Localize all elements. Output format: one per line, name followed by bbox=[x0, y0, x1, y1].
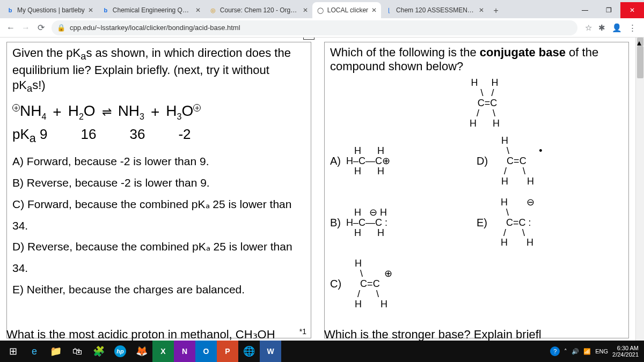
favicon: ◎ bbox=[209, 6, 217, 14]
taskbar-app-excel[interactable]: X bbox=[152, 341, 174, 362]
extension-icon[interactable]: ✱ bbox=[598, 23, 605, 33]
tray-help-icon[interactable]: ? bbox=[550, 346, 560, 356]
tray-volume-icon[interactable]: 🔊 bbox=[572, 348, 579, 355]
taskbar-app-chrome[interactable]: 🌐 bbox=[238, 341, 260, 362]
page-viewport: *1 Given the pKas as shown, in which dir… bbox=[0, 38, 644, 351]
tab-bartleby-questions[interactable]: b My Questions | bartleby ✕ bbox=[2, 2, 98, 18]
forward-button[interactable]: → bbox=[18, 20, 33, 35]
question-prompt: Which of the following is the conjugate … bbox=[330, 46, 623, 73]
taskbar-app-word[interactable]: W bbox=[260, 341, 281, 362]
window-restore-button[interactable]: ❐ bbox=[597, 2, 620, 18]
scroll-thumb[interactable] bbox=[637, 46, 643, 78]
toolbar-extensions: ☆ ✱ 👤 ⋮ bbox=[581, 23, 641, 33]
taskbar-app-outlook[interactable]: O bbox=[195, 341, 217, 362]
system-tray: ? ˄ 🔊 📶 ENG 6:30 AM 2/24/2021 bbox=[550, 345, 642, 358]
taskbar-app-powerpoint[interactable]: P bbox=[217, 341, 238, 362]
pka-values-row: pKa 9 16 36 -2 bbox=[12, 126, 305, 145]
window-controls: — ❐ ✕ bbox=[573, 2, 644, 18]
taskbar-app-onenote[interactable]: N bbox=[174, 341, 195, 362]
taskbar-app-edge[interactable]: e bbox=[24, 341, 45, 362]
back-button[interactable]: ← bbox=[3, 20, 18, 35]
slide-equilibrium-question: *1 Given the pKas as shown, in which dir… bbox=[0, 38, 318, 343]
browser-toolbar: ← → ⟳ 🔒 cpp.edu/~lsstarkey/local/clicker… bbox=[0, 18, 644, 38]
tray-clock[interactable]: 6:30 AM 2/24/2021 bbox=[612, 345, 639, 358]
close-icon[interactable]: ✕ bbox=[479, 6, 484, 14]
tab-chem120-assessment[interactable]: ⌊ Chem 120 ASSESSMENT - ACID ✕ bbox=[381, 2, 488, 18]
tray-chevron-up-icon[interactable]: ˄ bbox=[564, 348, 567, 355]
taskbar-app-explorer[interactable]: 📁 bbox=[45, 341, 67, 362]
tab-title: Chemical Engineering Question bbox=[113, 6, 192, 14]
next-slide-peek: What is the most acidic proton in methan… bbox=[6, 328, 275, 342]
option-c[interactable]: C) Forward, because the combined pKₐ 25 … bbox=[12, 194, 305, 237]
answer-options: A) Forward, because -2 is lower than 9. … bbox=[12, 151, 305, 300]
option-e[interactable]: E) H ⊖ \ C=C : / \ H H bbox=[477, 197, 623, 248]
taskbar-app-store[interactable]: 🛍 bbox=[67, 341, 88, 362]
tab-chem-eng-question[interactable]: b Chemical Engineering Question ✕ bbox=[98, 2, 205, 18]
windows-taskbar: ⊞ e 📁 🛍 🧩 hp 🦊 X N O P 🌐 W ? ˄ 🔊 📶 ENG 6… bbox=[0, 341, 644, 362]
tab-title: LOCAL clicker bbox=[327, 6, 368, 14]
vertical-scrollbar[interactable]: ▴ bbox=[635, 38, 644, 351]
tab-course-chem120[interactable]: ◎ Course: Chem 120 - Organic Ch ✕ bbox=[205, 2, 312, 18]
option-a[interactable]: A) H H H–C—C⊕ H H bbox=[330, 136, 477, 186]
tab-title: Course: Chem 120 - Organic Ch bbox=[220, 6, 299, 14]
scroll-up-button[interactable]: ▴ bbox=[637, 38, 643, 46]
tray-language[interactable]: ENG bbox=[595, 348, 608, 354]
option-d[interactable]: D) H \ • C=C / \ H H bbox=[477, 136, 623, 186]
given-structure: H H \ / C=C / \ H H bbox=[330, 78, 623, 128]
favicon: b bbox=[6, 6, 14, 14]
slide-marker: *1 bbox=[303, 38, 314, 40]
question-prompt: Given the pKas as shown, in which direct… bbox=[12, 46, 305, 95]
option-b[interactable]: B) H ⊖ H H–C—C : H H bbox=[330, 197, 477, 248]
start-button[interactable]: ⊞ bbox=[2, 341, 24, 362]
option-e[interactable]: E) Neither, because the charges are bala… bbox=[12, 279, 305, 300]
reload-button[interactable]: ⟳ bbox=[33, 20, 48, 35]
slide-marker: *1 bbox=[299, 327, 306, 336]
profile-avatar[interactable]: 👤 bbox=[612, 23, 622, 33]
tab-title: Chem 120 ASSESSMENT - ACID bbox=[396, 6, 475, 14]
star-icon[interactable]: ☆ bbox=[585, 23, 592, 33]
taskbar-app-hp[interactable]: hp bbox=[109, 341, 131, 362]
next-slide-peek: Which is the stronger base? Explain brie… bbox=[324, 328, 541, 342]
favicon: ◯ bbox=[317, 6, 324, 14]
close-icon[interactable]: ✕ bbox=[88, 6, 93, 14]
close-icon[interactable]: ✕ bbox=[371, 6, 377, 14]
menu-icon[interactable]: ⋮ bbox=[628, 23, 636, 33]
url-text: cpp.edu/~lsstarkey/local/clicker/bonding… bbox=[70, 24, 240, 32]
window-minimize-button[interactable]: — bbox=[573, 2, 597, 18]
answer-options: A) H H H–C—C⊕ H H D) H \ • C=C / \ H H B… bbox=[330, 136, 623, 309]
tab-local-clicker[interactable]: ◯ LOCAL clicker ✕ bbox=[312, 2, 381, 18]
option-c[interactable]: C) H \ ⊕ C=C / \ H H bbox=[330, 258, 477, 309]
close-icon[interactable]: ✕ bbox=[303, 6, 308, 14]
favicon: ⌊ bbox=[385, 6, 393, 14]
address-bar[interactable]: 🔒 cpp.edu/~lsstarkey/local/clicker/bondi… bbox=[52, 20, 577, 35]
taskbar-app-puzzle[interactable]: 🧩 bbox=[88, 341, 109, 362]
tab-title: My Questions | bartleby bbox=[17, 6, 85, 14]
lock-icon: 🔒 bbox=[57, 24, 65, 32]
option-d[interactable]: D) Reverse, because the combined pKₐ 25 … bbox=[12, 236, 305, 279]
browser-tab-strip: b My Questions | bartleby ✕ b Chemical E… bbox=[0, 0, 644, 18]
option-a[interactable]: A) Forward, because -2 is lower than 9. bbox=[12, 151, 305, 172]
new-tab-button[interactable]: + bbox=[488, 3, 503, 18]
close-icon[interactable]: ✕ bbox=[195, 6, 201, 14]
tray-wifi-icon[interactable]: 📶 bbox=[583, 348, 591, 355]
window-close-button[interactable]: ✕ bbox=[620, 2, 644, 18]
favicon: b bbox=[102, 6, 109, 14]
option-b[interactable]: B) Reverse, because -2 is lower than 9. bbox=[12, 172, 305, 194]
equilibrium-equation: +NH4 + H2O ⇌ NH3 + H3O+ bbox=[12, 102, 305, 122]
slide-conjugate-base-question: Which of the following is the conjugate … bbox=[318, 38, 635, 343]
taskbar-app-firefox[interactable]: 🦊 bbox=[131, 341, 152, 362]
